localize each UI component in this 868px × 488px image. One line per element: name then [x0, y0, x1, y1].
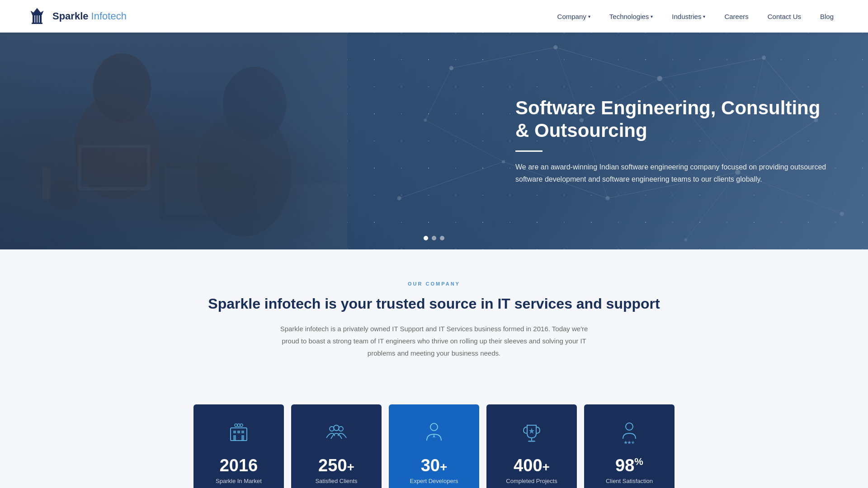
stat-number-projects: 400+ — [497, 457, 566, 474]
svg-rect-48 — [233, 431, 236, 433]
nav-links: Company ▾ Technologies ▾ Industries ▾ Ca… — [550, 9, 841, 24]
trophy-icon — [497, 421, 566, 449]
logo-area[interactable]: Sparkle Infotech — [27, 6, 127, 26]
stat-number-year: 2016 — [204, 457, 273, 474]
svg-marker-61 — [433, 434, 435, 438]
stat-label-developers: Expert Developers — [400, 478, 468, 484]
svg-point-58 — [334, 425, 339, 431]
stats-section: 2016 Sparkle In Market 250+ Satisfied Cl… — [0, 404, 868, 488]
stat-card-year: 2016 Sparkle In Market — [193, 404, 284, 488]
svg-marker-66 — [624, 441, 627, 444]
chevron-down-icon: ▾ — [651, 14, 653, 19]
hero-description: We are an award-winning Indian software … — [515, 161, 832, 185]
svg-rect-3 — [32, 23, 42, 24]
hero-carousel-dots — [424, 236, 444, 240]
svg-point-53 — [235, 424, 237, 427]
svg-marker-64 — [529, 428, 534, 434]
company-section: OUR COMPANY Sparkle infotech is your tru… — [0, 249, 868, 404]
developer-icon — [400, 421, 468, 449]
svg-rect-50 — [241, 431, 244, 433]
svg-rect-63 — [528, 441, 535, 442]
svg-point-60 — [430, 423, 438, 431]
carousel-dot-2[interactable] — [432, 236, 436, 240]
stat-card-satisfaction: 98% Client Satisfaction — [584, 404, 675, 488]
svg-rect-52 — [241, 435, 244, 441]
hero-divider — [515, 150, 542, 152]
carousel-dot-1[interactable] — [424, 236, 428, 240]
building-icon — [204, 421, 273, 449]
logo-text: Sparkle Infotech — [52, 10, 127, 22]
stat-number-developers: 30+ — [400, 457, 468, 474]
svg-rect-51 — [233, 435, 236, 441]
stat-label-clients: Satisfied Clients — [302, 478, 371, 484]
svg-marker-67 — [627, 441, 631, 444]
stats-row: 2016 Sparkle In Market 250+ Satisfied Cl… — [0, 404, 868, 488]
svg-point-54 — [237, 424, 240, 427]
nav-item-blog[interactable]: Blog — [813, 9, 841, 24]
company-section-description: Sparkle infotech is a privately owned IT… — [276, 323, 592, 359]
navbar: Sparkle Infotech Company ▾ Technologies … — [0, 0, 868, 33]
chevron-down-icon: ▾ — [703, 14, 705, 19]
stat-label-year: Sparkle In Market — [204, 478, 273, 484]
nav-item-contact[interactable]: Contact Us — [760, 9, 808, 24]
hero-title: Software Engineering, Consulting & Outso… — [515, 97, 832, 142]
carousel-dot-3[interactable] — [440, 236, 444, 240]
section-tag: OUR COMPANY — [27, 281, 841, 286]
stat-number-satisfaction: 98% — [595, 457, 664, 474]
svg-rect-47 — [231, 428, 247, 441]
satisfaction-icon — [595, 421, 664, 449]
stat-label-satisfaction: Client Satisfaction — [595, 478, 664, 484]
nav-item-industries[interactable]: Industries ▾ — [665, 9, 712, 24]
stat-number-clients: 250+ — [302, 457, 371, 474]
stat-label-projects: Completed Projects — [497, 478, 566, 484]
company-section-title: Sparkle infotech is your trusted source … — [27, 295, 841, 314]
nav-item-careers[interactable]: Careers — [717, 9, 755, 24]
svg-point-65 — [626, 423, 633, 430]
stat-card-developers: 30+ Expert Developers — [389, 404, 479, 488]
svg-marker-68 — [631, 441, 635, 444]
svg-point-55 — [240, 424, 243, 427]
logo-icon — [27, 6, 47, 26]
stat-card-projects: 400+ Completed Projects — [486, 404, 577, 488]
clients-icon — [302, 421, 371, 449]
hero-content: Software Engineering, Consulting & Outso… — [515, 97, 832, 185]
nav-item-technologies[interactable]: Technologies ▾ — [602, 9, 660, 24]
hero-section: Software Engineering, Consulting & Outso… — [0, 33, 868, 249]
nav-item-company[interactable]: Company ▾ — [550, 9, 598, 24]
svg-rect-49 — [237, 431, 240, 433]
chevron-down-icon: ▾ — [588, 14, 590, 19]
stat-card-clients: 250+ Satisfied Clients — [291, 404, 382, 488]
